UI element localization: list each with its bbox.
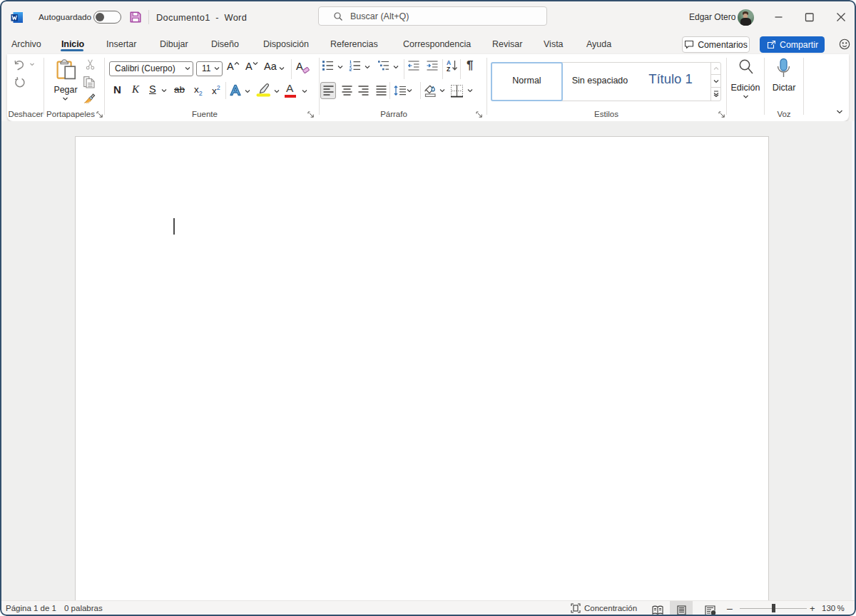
svg-text:Z: Z [447,66,450,72]
svg-text:i: i [713,610,713,615]
